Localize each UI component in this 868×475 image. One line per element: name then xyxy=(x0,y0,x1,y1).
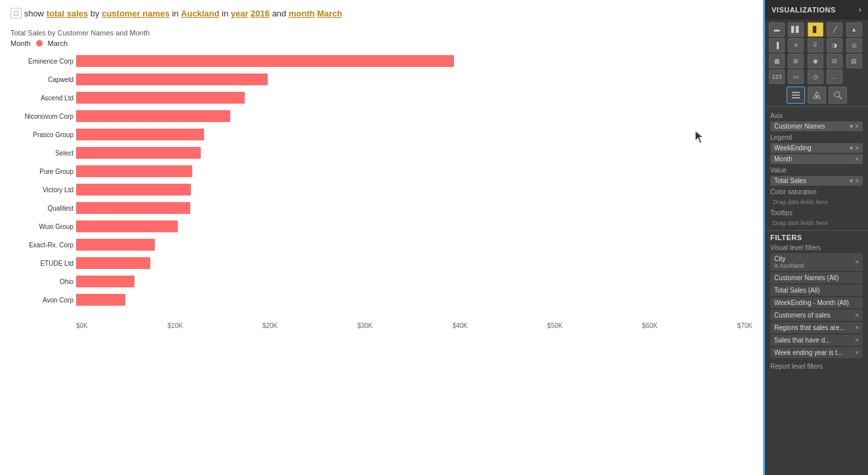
bar xyxy=(76,220,178,232)
panel-title: VISUALIZATIONS xyxy=(772,6,836,14)
filter-customer-names[interactable]: Customer Names (All) xyxy=(770,272,863,283)
axis-field-chip[interactable]: Customer Names ▾ × xyxy=(770,121,863,131)
filter-sales-that-have-text: Sales that have d... xyxy=(774,337,831,344)
x-axis: $0K$10K$20K$30K$40K$50K$60K$70K xyxy=(76,322,753,329)
bar-row: Ohio xyxy=(76,273,753,290)
panel-arrow-button[interactable]: › xyxy=(859,5,861,14)
filter-weekending-month[interactable]: WeekEnding - Month (All) xyxy=(770,297,863,308)
bar-label: Ohio xyxy=(10,278,73,285)
100pct-bar-button[interactable]: ▊ xyxy=(808,22,823,37)
bar xyxy=(76,110,230,122)
legend-dot xyxy=(36,40,43,47)
keyword-total-sales: total sales xyxy=(47,9,89,18)
bar xyxy=(76,239,155,251)
globe-button[interactable]: ◉ xyxy=(808,54,823,68)
waterfall-button[interactable]: ≡ xyxy=(788,38,804,52)
x-tick: $0K xyxy=(76,322,88,329)
analytics-tool-button[interactable] xyxy=(829,87,847,104)
value-label: Value xyxy=(770,167,863,174)
svg-rect-1 xyxy=(792,94,800,96)
clustered-bar-button[interactable]: ▋▋ xyxy=(788,22,804,37)
x-tick: $10K xyxy=(167,322,182,329)
kpi-button[interactable]: 123 xyxy=(769,70,785,84)
bar xyxy=(76,55,454,67)
more-button[interactable]: … xyxy=(827,70,842,84)
bar-row: Qualitest xyxy=(76,199,753,217)
bar xyxy=(76,129,204,140)
bar-chart2-button[interactable]: ▐ xyxy=(769,38,785,52)
axis-field-value: Customer Names xyxy=(774,123,825,130)
filter-regions-sales[interactable]: Regions that sales are... × xyxy=(770,322,863,333)
scatter-button[interactable]: ⠿ xyxy=(808,38,823,52)
x-tick: $30K xyxy=(358,322,373,329)
line-chart-button[interactable]: ╱ xyxy=(827,22,842,37)
query-prefix-icon: □ xyxy=(10,8,22,18)
filter-city-remove[interactable]: × xyxy=(855,258,859,266)
filter-sales-that-have[interactable]: Sales that have d... × xyxy=(770,335,863,346)
matrix-button[interactable]: ▤ xyxy=(846,54,862,68)
donut-button[interactable]: ◎ xyxy=(846,38,862,52)
filter-total-sales[interactable]: Total Sales (All) xyxy=(770,285,863,296)
bar-label: Ascend Ltd xyxy=(10,94,73,102)
chart-title: Total Sales by Customer Names and Month xyxy=(10,29,753,37)
card-button[interactable]: ▭ xyxy=(788,70,804,84)
color-saturation-label: Color saturation xyxy=(770,188,863,196)
x-tick: $40K xyxy=(452,322,467,329)
bar-row: Wuxi Group xyxy=(76,218,753,235)
filter-customers-of-sales-text: Customers of sales xyxy=(774,312,831,319)
filter-sales-that-have-remove[interactable]: × xyxy=(855,337,859,344)
value-field-chip[interactable]: Total Sales ▾ × xyxy=(770,176,863,186)
query-bar: □ show total sales by customer names in … xyxy=(10,8,753,18)
legend-month-value: Month xyxy=(774,155,793,163)
legend-weekending-chip[interactable]: WeekEnding ▾ × xyxy=(770,143,863,153)
legend-month-chip[interactable]: Month × xyxy=(770,154,863,164)
tooltips-placeholder: Drag data fields here xyxy=(770,218,863,228)
filter-customers-of-sales[interactable]: Customers of sales × xyxy=(770,310,863,321)
bar-label: Qualitest xyxy=(10,205,73,212)
bar-row: ETUDE Ltd xyxy=(76,255,753,272)
bar-label: Pure Group xyxy=(10,168,73,175)
visual-level-filters-label: Visual level filters xyxy=(770,244,863,251)
table2-button[interactable]: ⊟ xyxy=(827,54,842,68)
legend-month-remove[interactable]: × xyxy=(855,155,859,163)
axis-label: Axis xyxy=(770,112,863,119)
main-area: □ show total sales by customer names in … xyxy=(0,0,763,475)
area-chart-button[interactable]: ▲ xyxy=(846,22,862,37)
format-tool-button[interactable] xyxy=(808,87,826,104)
bar-row: Exact-Rx. Corp xyxy=(76,236,753,253)
svg-line-5 xyxy=(839,96,842,99)
filters-title: FILTERS xyxy=(770,234,863,241)
filter-city-sub: is Auckland xyxy=(774,262,804,269)
keyword-month: month xyxy=(289,9,315,18)
bar xyxy=(76,73,268,85)
filter-customers-of-sales-remove[interactable]: × xyxy=(855,312,859,319)
keyword-customer-names: customer names xyxy=(102,9,169,18)
bar xyxy=(76,202,190,214)
filter-city-name: City xyxy=(774,255,785,262)
filter-week-ending-year[interactable]: Week ending year is t... × xyxy=(770,347,863,358)
bar-row: Prasco Group xyxy=(76,126,753,143)
filter-customer-names-text: Customer Names (All) xyxy=(774,274,838,281)
bar-row: Victory Ltd xyxy=(76,181,753,198)
bar-row: Eminence Corp xyxy=(76,52,753,70)
treemap-button[interactable]: ▦ xyxy=(769,54,785,68)
x-tick: $50K xyxy=(547,322,562,329)
filter-city[interactable]: City is Auckland × xyxy=(770,253,863,271)
filter-week-ending-year-remove[interactable]: × xyxy=(855,349,859,356)
bar xyxy=(76,184,191,196)
visualizations-panel: VISUALIZATIONS › ▬▋▋▊╱▲▐≡⠿◑◎▦⊞◉⊟▤123▭◷… … xyxy=(763,0,868,475)
filter-regions-sales-remove[interactable]: × xyxy=(855,324,859,331)
bar-label: Select xyxy=(10,150,73,157)
bar xyxy=(76,276,134,287)
stacked-bar-button[interactable]: ▬ xyxy=(769,22,785,37)
fields-tool-button[interactable] xyxy=(787,87,805,104)
x-tick: $70K xyxy=(737,322,753,329)
gauge-button[interactable]: ◷ xyxy=(808,70,823,84)
axis-field-remove[interactable]: ▾ × xyxy=(850,123,859,130)
bar-label: Exact-Rx. Corp xyxy=(10,241,73,249)
legend-weekending-remove[interactable]: ▾ × xyxy=(850,144,859,152)
map-button[interactable]: ⊞ xyxy=(788,54,804,68)
pie-button[interactable]: ◑ xyxy=(827,38,842,52)
keyword-2016: 2016 xyxy=(251,9,270,18)
value-field-remove[interactable]: ▾ × xyxy=(850,177,859,184)
